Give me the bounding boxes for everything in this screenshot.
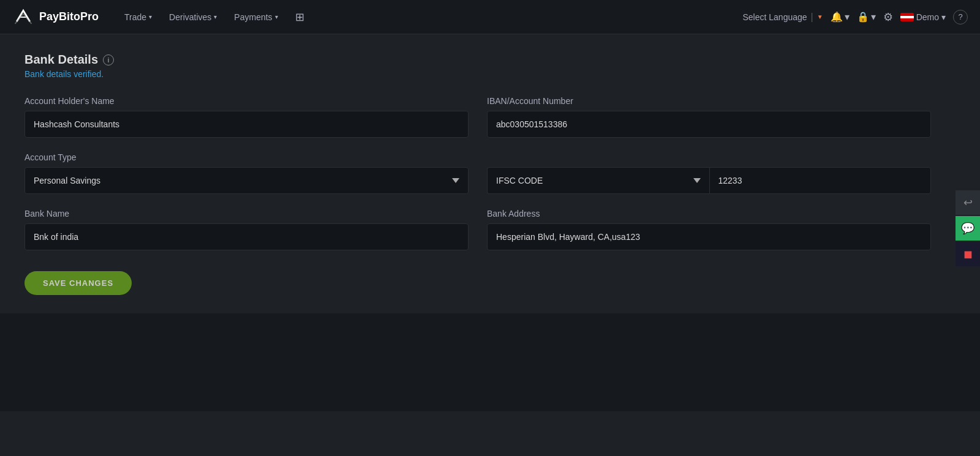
page-title: Bank Details i — [24, 53, 931, 67]
iban-input[interactable] — [487, 111, 931, 138]
main-content: Bank Details i Bank details verified. Ac… — [0, 34, 956, 313]
navbar: PayBitoPro Trade ▾ Derivatives ▾ Payment… — [0, 0, 980, 34]
info-icon[interactable]: i — [103, 54, 114, 65]
grid-icon[interactable]: ⊞ — [288, 7, 312, 28]
bell-icon: 🔔 — [831, 11, 843, 23]
account-holder-group: Account Holder's Name — [24, 96, 469, 138]
lock-icon: 🔒 — [857, 11, 869, 23]
share-icon: ↩ — [963, 196, 973, 209]
ifsc-group: IFSC CODE — [487, 152, 931, 194]
verified-status[interactable]: Bank details verified. — [24, 69, 931, 79]
page-header: Bank Details i Bank details verified. — [24, 53, 931, 79]
iban-group: IBAN/Account Number — [487, 96, 931, 138]
chat-float-btn[interactable]: 💬 — [956, 216, 980, 241]
lang-divider: | — [811, 12, 813, 23]
derivatives-arrow-icon: ▾ — [214, 13, 217, 20]
floating-buttons: ↩ 💬 ◼ — [956, 190, 980, 266]
account-type-label: Account Type — [24, 152, 469, 162]
widget-float-btn[interactable]: ◼ — [956, 242, 980, 266]
settings-btn[interactable]: ⚙ — [883, 10, 893, 24]
save-row: SAVE CHANGES — [24, 265, 931, 295]
notif-arrow-icon: ▾ — [845, 11, 850, 23]
lang-arrow-icon: ▼ — [817, 13, 823, 20]
nav-payments[interactable]: Payments ▾ — [227, 9, 285, 26]
account-holder-input[interactable] — [24, 111, 469, 138]
account-type-select[interactable]: Personal Savings Current Joint — [24, 167, 469, 194]
bank-name-input[interactable] — [24, 223, 469, 250]
bank-address-group: Bank Address — [487, 209, 931, 250]
demo-account-btn[interactable]: Demo ▾ — [900, 12, 946, 22]
bank-name-group: Bank Name — [24, 209, 469, 250]
form-row-2: Account Type Personal Savings Current Jo… — [24, 152, 931, 194]
brand[interactable]: PayBitoPro — [12, 6, 99, 28]
form-row-1: Account Holder's Name IBAN/Account Numbe… — [24, 96, 931, 138]
widget-icon: ◼ — [963, 247, 973, 261]
payments-arrow-icon: ▾ — [275, 13, 278, 20]
iban-label: IBAN/Account Number — [487, 96, 931, 106]
notifications-btn[interactable]: 🔔 ▾ — [831, 11, 850, 23]
wallet-arrow-icon: ▾ — [871, 11, 876, 23]
help-btn[interactable]: ? — [953, 10, 968, 24]
wallet-btn[interactable]: 🔒 ▾ — [857, 11, 876, 23]
bank-name-label: Bank Name — [24, 209, 469, 219]
flag-icon — [900, 13, 914, 21]
language-selector[interactable]: Select Language | ▼ — [742, 12, 823, 23]
demo-label: Demo — [916, 12, 939, 22]
bank-details-form: Account Holder's Name IBAN/Account Numbe… — [24, 96, 931, 295]
ifsc-number-input[interactable] — [709, 167, 932, 194]
bank-address-input[interactable] — [487, 223, 931, 250]
save-changes-button[interactable]: SAVE CHANGES — [24, 271, 132, 295]
bottom-section — [0, 313, 980, 411]
nav-trade[interactable]: Trade ▾ — [117, 9, 159, 26]
ifsc-select[interactable]: IFSC CODE — [487, 167, 709, 194]
ifsc-group-label — [487, 152, 931, 162]
trade-arrow-icon: ▾ — [149, 13, 152, 20]
chat-icon: 💬 — [961, 222, 974, 235]
share-float-btn[interactable]: ↩ — [956, 190, 980, 215]
account-holder-label: Account Holder's Name — [24, 96, 469, 106]
navbar-right: Select Language | ▼ 🔔 ▾ 🔒 ▾ ⚙ Demo ▾ ? — [742, 10, 968, 24]
demo-arrow-icon: ▾ — [941, 12, 946, 22]
ifsc-row: IFSC CODE — [487, 167, 931, 194]
language-label: Select Language — [742, 12, 807, 22]
nav-derivatives[interactable]: Derivatives ▾ — [162, 9, 224, 26]
account-type-group: Account Type Personal Savings Current Jo… — [24, 152, 469, 194]
form-row-3: Bank Name Bank Address — [24, 209, 931, 250]
bank-address-label: Bank Address — [487, 209, 931, 219]
nav-menu: Trade ▾ Derivatives ▾ Payments ▾ ⊞ — [117, 7, 742, 28]
brand-name: PayBitoPro — [39, 10, 99, 23]
logo-icon — [12, 6, 34, 28]
